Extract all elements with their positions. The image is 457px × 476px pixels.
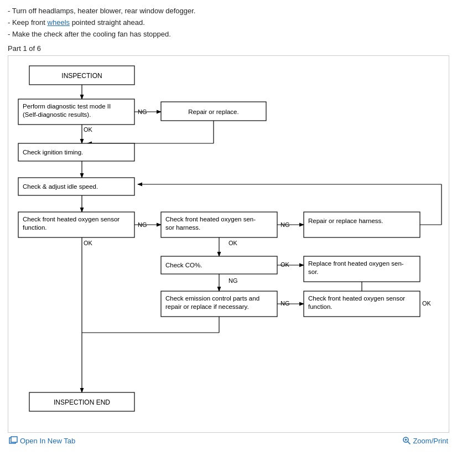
svg-text:sor harness.: sor harness. <box>165 224 200 231</box>
diagram-container: INSPECTION Perform diagnostic test mode … <box>8 55 449 433</box>
svg-text:OK: OK <box>84 126 93 133</box>
svg-text:OK: OK <box>422 300 432 307</box>
svg-text:Check front heated oxygen sens: Check front heated oxygen sensor <box>308 295 405 302</box>
svg-text:Replace front heated oxygen se: Replace front heated oxygen sen- <box>308 260 404 267</box>
svg-text:sor.: sor. <box>308 268 319 275</box>
svg-text:Check ignition timing.: Check ignition timing. <box>23 149 83 156</box>
part-label: Part 1 of 6 <box>8 44 449 53</box>
svg-text:Repair or replace harness.: Repair or replace harness. <box>308 218 383 224</box>
open-tab-icon <box>9 436 18 445</box>
footer-bar: Open In New Tab Zoom/Print <box>8 433 449 446</box>
svg-text:Check front heated oxygen sens: Check front heated oxygen sensor <box>23 216 120 223</box>
open-new-tab-label: Open In New Tab <box>20 437 75 445</box>
intro-text: - Turn off headlamps, heater blower, rea… <box>8 6 449 40</box>
svg-text:repair or replace if necessary: repair or replace if necessary. <box>165 303 249 310</box>
svg-text:Check & adjust idle speed.: Check & adjust idle speed. <box>23 183 98 190</box>
svg-text:function.: function. <box>308 303 332 310</box>
svg-text:OK: OK <box>228 240 238 246</box>
intro-line-1: - Turn off headlamps, heater blower, rea… <box>8 6 449 17</box>
svg-text:Perform diagnostic test mode I: Perform diagnostic test mode II <box>23 103 111 110</box>
svg-line-66 <box>408 442 411 444</box>
svg-text:Check emission control parts a: Check emission control parts and <box>165 295 259 302</box>
svg-text:Check CO%.: Check CO%. <box>165 262 202 268</box>
svg-rect-31 <box>304 212 420 237</box>
page-wrapper: - Turn off headlamps, heater blower, rea… <box>0 0 457 449</box>
svg-text:OK: OK <box>84 240 93 246</box>
svg-text:Repair or replace.: Repair or replace. <box>188 108 238 115</box>
svg-text:NG: NG <box>228 277 238 284</box>
zoom-icon <box>402 436 411 445</box>
svg-text:OK: OK <box>281 261 290 268</box>
zoom-print-area[interactable]: Zoom/Print <box>402 436 448 445</box>
svg-rect-64 <box>11 437 17 442</box>
svg-text:INSPECTION: INSPECTION <box>61 72 102 80</box>
svg-text:NG: NG <box>281 300 290 307</box>
zoom-print-label: Zoom/Print <box>413 437 448 445</box>
intro-line-2: - Keep front wheels pointed straight ahe… <box>8 17 449 29</box>
flowchart-svg: INSPECTION Perform diagnostic test mode … <box>13 61 445 427</box>
svg-text:(Self-diagnostic results).: (Self-diagnostic results). <box>23 111 91 118</box>
open-new-tab-link[interactable]: Open In New Tab <box>9 436 75 445</box>
svg-text:INSPECTION END: INSPECTION END <box>54 399 110 406</box>
wheels-link[interactable]: wheels <box>48 18 70 27</box>
intro-line-3: - Make the check after the cooling fan h… <box>8 29 449 40</box>
svg-text:Check front heated oxygen sen-: Check front heated oxygen sen- <box>165 216 256 223</box>
svg-text:function.: function. <box>23 224 46 231</box>
